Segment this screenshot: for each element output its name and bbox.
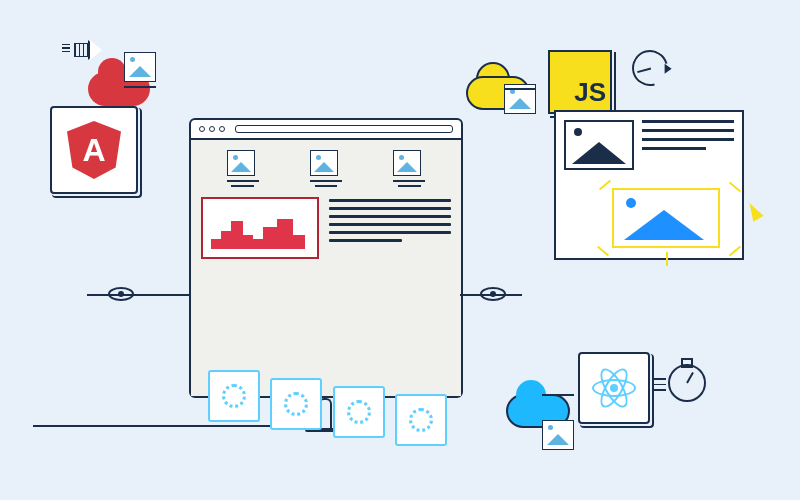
pixelated-chart-placeholder (201, 197, 319, 259)
speed-arrow-icon (62, 40, 102, 60)
spinner-icon (347, 400, 371, 424)
text-placeholder-lines (329, 197, 451, 259)
divider (33, 425, 305, 427)
image-thumbnail (227, 150, 259, 187)
divider (124, 86, 156, 88)
divider (504, 88, 536, 90)
divider (542, 394, 574, 396)
divider (87, 294, 189, 296)
spinner-icon (409, 408, 433, 432)
spinner-icon (284, 392, 308, 416)
cursor-icon (744, 200, 763, 222)
loading-card (208, 370, 260, 422)
image-file-icon (542, 420, 574, 450)
browser-window-main (189, 118, 463, 398)
image-thumbnail (393, 150, 425, 187)
gauge-icon (625, 43, 674, 92)
window-control-dot (219, 126, 225, 132)
image-placeholder-icon (564, 120, 634, 170)
burst-line-icon (666, 252, 668, 266)
angular-shield-icon: A (67, 121, 121, 179)
spinner-icon (222, 384, 246, 408)
window-control-dot (209, 126, 215, 132)
highlighted-image-placeholder (612, 188, 720, 248)
loading-card (395, 394, 447, 446)
javascript-logo-card: JS (548, 50, 612, 114)
eye-icon (480, 287, 506, 301)
loading-card (270, 378, 322, 430)
image-file-icon (124, 52, 156, 82)
angular-logo-card: A (50, 106, 138, 194)
browser-viewport (191, 140, 461, 396)
browser-titlebar (191, 120, 461, 140)
url-bar (235, 125, 453, 133)
window-control-dot (199, 126, 205, 132)
stopwatch-icon (668, 364, 706, 402)
react-logo-card (578, 352, 650, 424)
eye-icon (108, 287, 134, 301)
image-thumbnail (310, 150, 342, 187)
text-placeholder-lines (642, 120, 734, 170)
loading-card (333, 386, 385, 438)
react-atom-icon (592, 366, 636, 410)
